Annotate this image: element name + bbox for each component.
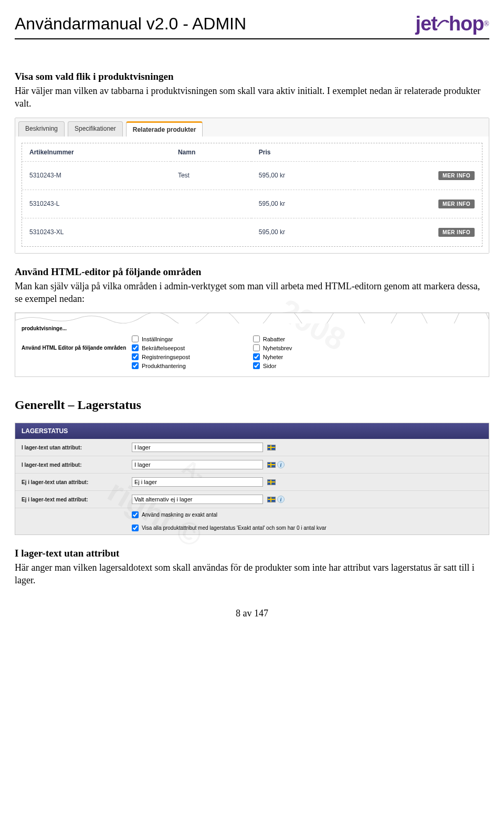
tab-strip: Beskrivning Specifikationer Relaterade p… <box>15 118 489 137</box>
tab-relaterade-produkter[interactable]: Relaterade produkter <box>126 121 203 137</box>
checkbox-sidor[interactable]: Sidor <box>253 362 292 369</box>
lager-input[interactable] <box>132 477 263 487</box>
section1-heading: Visa som vald flik i produktvisningen <box>15 71 489 82</box>
html-editor-panel: produktvisninge... Använd HTML Editor på… <box>15 312 489 377</box>
checkbox-label: Registreringsepost <box>142 354 190 360</box>
info-icon[interactable]: i <box>277 496 285 503</box>
logo-arrow-icon <box>436 15 450 33</box>
cell-artno: 5310243-L <box>22 190 171 218</box>
checkbox-label: Använd maskning av exakt antal <box>142 512 217 518</box>
section3-title: Generellt – Lagerstatus <box>15 398 489 412</box>
section4-body: Här anger man vilken lagersaldotext som … <box>15 561 489 587</box>
lager-label: Ej i lager-text utan attribut: <box>22 479 132 485</box>
flag-se-icon[interactable] <box>267 497 276 502</box>
checkbox-label: Produkthantering <box>142 363 186 369</box>
table-row: 5310243-M Test 595,00 kr MER INFO <box>22 161 482 190</box>
checkbox-input[interactable] <box>253 362 260 369</box>
mer-info-button[interactable]: MER INFO <box>438 228 475 237</box>
related-products-box: Artikelnummer Namn Pris 5310243-M Test 5… <box>22 143 482 247</box>
lager-row-ej-i-lager-med: Ej i lager-text med attribut: i <box>15 491 489 508</box>
editor-body: Använd HTML Editor på följande områden I… <box>15 332 489 376</box>
page-title: Användarmanual v2.0 - ADMIN <box>15 14 246 34</box>
checkbox-input[interactable] <box>132 362 139 369</box>
tabs-panel: Beskrivning Specifikationer Relaterade p… <box>15 118 489 254</box>
lager-label: I lager-text med attribut: <box>22 462 132 468</box>
checkbox-input[interactable] <box>132 344 139 351</box>
lager-label: I lager-text utan attribut: <box>22 445 132 450</box>
mer-info-button[interactable]: MER INFO <box>438 171 475 180</box>
cell-price: 595,00 kr <box>251 161 354 190</box>
lager-row-ej-i-lager-utan: Ej i lager-text utan attribut: <box>15 474 489 491</box>
page-header: Användarmanual v2.0 - ADMIN jet hop ® <box>15 13 489 39</box>
logo-text-2: hop <box>449 13 484 35</box>
section2-heading: Använd HTML-editor på följande områden <box>15 266 489 278</box>
torn-edge-icon <box>15 313 489 323</box>
checkbox-label: Nyheter <box>263 354 284 360</box>
checkbox-label: Inställningar <box>142 336 173 342</box>
lager-check-maskning[interactable]: Använd maskning av exakt antal <box>15 508 489 521</box>
checkbox-produkthantering[interactable]: Produkthantering <box>132 362 190 369</box>
checkbox-input[interactable] <box>253 353 260 360</box>
checkbox-label: Rabatter <box>263 336 285 342</box>
checkbox-input[interactable] <box>253 344 260 351</box>
section4-heading: I lager-text utan attribut <box>15 548 489 559</box>
lager-input[interactable] <box>132 443 263 452</box>
lager-input[interactable] <box>132 495 263 504</box>
checkbox-registreringsepost[interactable]: Registreringsepost <box>132 353 190 360</box>
checkbox-input[interactable] <box>132 353 139 360</box>
logo: jet hop ® <box>415 13 489 35</box>
cell-price: 595,00 kr <box>251 218 354 246</box>
lagerstatus-panel: LAGERSTATUS I lager-text utan attribut: … <box>15 423 489 535</box>
page-number: 8 av 147 <box>15 608 489 619</box>
logo-registered: ® <box>484 20 489 28</box>
section2-body: Man kan själv välja på vilka områden i a… <box>15 280 489 306</box>
checkbox-label: Sidor <box>263 363 277 369</box>
checkbox-label: Bekräftelseepost <box>142 345 185 351</box>
checkbox-column-1: Inställningar Bekräftelseepost Registrer… <box>132 335 190 369</box>
cell-name: Test <box>171 161 251 190</box>
checkbox-input[interactable] <box>253 335 260 342</box>
lager-input[interactable] <box>132 460 263 469</box>
checkbox-nyheter[interactable]: Nyheter <box>253 353 292 360</box>
editor-top-label: produktvisninge... <box>15 323 489 332</box>
section1-body: Här väljer man vilken av tabbarna i prod… <box>15 85 489 110</box>
checkbox-installningar[interactable]: Inställningar <box>132 335 190 342</box>
logo-text: jet <box>415 13 437 35</box>
table-row: 5310243-L 595,00 kr MER INFO <box>22 190 482 218</box>
cell-artno: 5310243-XL <box>22 218 171 246</box>
checkbox-label: Nyhetsbrev <box>263 345 292 351</box>
checkbox-input[interactable] <box>132 511 139 518</box>
lager-row-i-lager-med: I lager-text med attribut: i <box>15 456 489 474</box>
editor-side-label: Använd HTML Editor på följande områden <box>22 335 132 369</box>
flag-se-icon[interactable] <box>267 445 276 450</box>
flag-se-icon[interactable] <box>267 462 276 468</box>
cell-name <box>171 190 251 218</box>
cell-name <box>171 218 251 246</box>
info-icon[interactable]: i <box>277 461 285 468</box>
lager-label: Ej i lager-text med attribut: <box>22 497 132 502</box>
col-artikelnummer: Artikelnummer <box>22 143 171 162</box>
cell-artno: 5310243-M <box>22 161 171 190</box>
tab-specifikationer[interactable]: Specifikationer <box>68 121 123 137</box>
checkbox-label: Visa alla produktattribut med lagerstatu… <box>142 525 327 531</box>
checkbox-nyhetsbrev[interactable]: Nyhetsbrev <box>253 344 292 351</box>
checkbox-bekraftelseepost[interactable]: Bekräftelseepost <box>132 344 190 351</box>
col-namn: Namn <box>171 143 251 162</box>
lagerstatus-header: LAGERSTATUS <box>15 423 489 439</box>
lager-row-i-lager-utan: I lager-text utan attribut: <box>15 439 489 456</box>
flag-se-icon[interactable] <box>267 479 276 485</box>
checkbox-input[interactable] <box>132 525 139 531</box>
cell-price: 595,00 kr <box>251 190 354 218</box>
lager-check-visa-attribut[interactable]: Visa alla produktattribut med lagerstatu… <box>15 521 489 534</box>
tab-beskrivning[interactable]: Beskrivning <box>18 121 65 137</box>
tab-content: Artikelnummer Namn Pris 5310243-M Test 5… <box>15 137 489 253</box>
col-pris: Pris <box>251 143 354 162</box>
related-products-table: Artikelnummer Namn Pris 5310243-M Test 5… <box>22 143 482 246</box>
checkbox-input[interactable] <box>132 335 139 342</box>
mer-info-button[interactable]: MER INFO <box>438 200 475 208</box>
checkbox-rabatter[interactable]: Rabatter <box>253 335 292 342</box>
checkbox-column-2: Rabatter Nyhetsbrev Nyheter Sidor <box>253 335 292 369</box>
table-row: 5310243-XL 595,00 kr MER INFO <box>22 218 482 246</box>
